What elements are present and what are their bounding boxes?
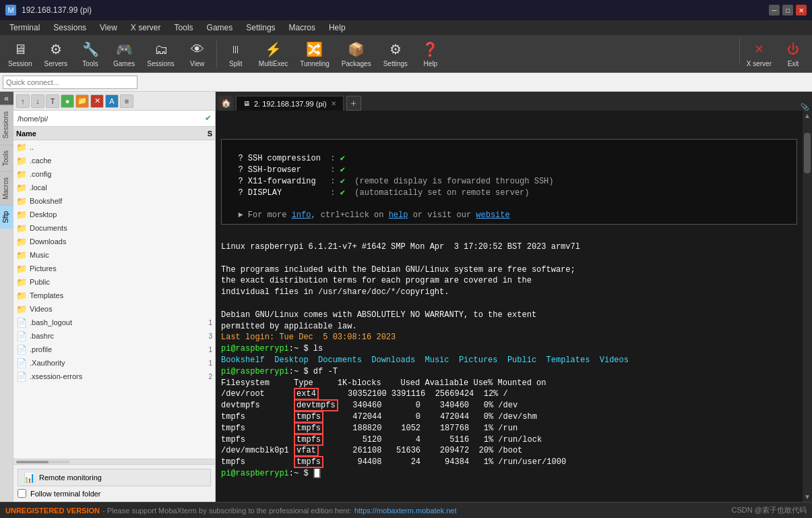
- toolbar-xserver[interactable]: ✕ X server: [741, 37, 777, 70]
- list-item[interactable]: 📄 .xsession-errors 2: [13, 370, 215, 383]
- terminal-tab[interactable]: 🖥 2. 192.168.137.99 (pi) ✕: [236, 96, 344, 111]
- menu-sessions[interactable]: Sessions: [46, 20, 93, 35]
- tab-icon: 🖥: [243, 100, 250, 107]
- folder-icon: 📁: [16, 250, 27, 260]
- list-item[interactable]: 📁 ..: [13, 140, 215, 154]
- menu-macros[interactable]: Macros: [282, 20, 322, 35]
- terminal-area: ? SSH compression : ✔ ? SSH-browser : ✔ …: [216, 111, 812, 502]
- lp-folder-button[interactable]: 📁: [75, 94, 89, 108]
- menu-terminal[interactable]: Terminal: [3, 20, 46, 35]
- toolbar-packages[interactable]: 📦 Packages: [336, 37, 377, 70]
- scroll-right-button[interactable]: 📎: [800, 103, 809, 111]
- sidetab-sftp[interactable]: Sftp: [0, 205, 13, 229]
- folder-icon: 📁: [16, 196, 27, 206]
- sidetab-macros[interactable]: Macros: [0, 171, 13, 205]
- minimize-button[interactable]: ─: [769, 5, 780, 16]
- scroll-thumb[interactable]: [804, 133, 811, 173]
- list-item[interactable]: 📁 Downloads: [13, 235, 215, 248]
- close-button[interactable]: ✕: [796, 5, 807, 16]
- menu-help[interactable]: Help: [322, 20, 352, 35]
- toolbar-games-label: Games: [113, 60, 135, 67]
- list-item[interactable]: 📄 .profile 1: [13, 343, 215, 356]
- list-item[interactable]: 📁 .config: [13, 167, 215, 181]
- lp-record-button[interactable]: ●: [61, 94, 74, 108]
- menu-games[interactable]: Games: [200, 20, 240, 35]
- file-name: .bashrc: [30, 332, 189, 340]
- toolbar-servers[interactable]: ⚙ Servers: [39, 37, 73, 70]
- list-item[interactable]: 📄 .bashrc 3: [13, 329, 215, 343]
- lp-up-button[interactable]: ↑: [16, 94, 30, 108]
- scroll-up-button[interactable]: ▲: [804, 112, 811, 119]
- xserver-icon: ✕: [749, 40, 768, 59]
- left-panel-bottom: 📊 Remote monitoring Follow terminal fold…: [13, 464, 215, 502]
- list-item[interactable]: 📁 Music: [13, 248, 215, 262]
- file-name: .Xauthority: [30, 359, 189, 367]
- remote-monitor-button[interactable]: 📊 Remote monitoring: [18, 469, 211, 486]
- terminal-content[interactable]: ? SSH compression : ✔ ? SSH-browser : ✔ …: [216, 111, 803, 502]
- session-icon: 🖥: [11, 40, 30, 59]
- toolbar-multiexec[interactable]: ⚡ MultiExec: [253, 37, 293, 70]
- quick-connect-input[interactable]: [3, 76, 137, 89]
- file-icon: 📄: [16, 318, 27, 328]
- file-name: Pictures: [30, 264, 189, 272]
- toolbar-split[interactable]: ⫼ Split: [220, 37, 252, 70]
- lp-menu-button[interactable]: ≡: [120, 94, 133, 108]
- menu-xserver[interactable]: X server: [124, 20, 168, 35]
- toolbar-settings[interactable]: ⚙ Settings: [378, 37, 413, 70]
- monitor-icon: 📊: [24, 472, 35, 483]
- folder-icon: 📁: [16, 156, 27, 166]
- list-item[interactable]: 📁 Bookshelf: [13, 194, 215, 208]
- list-item[interactable]: 📄 .bash_logout 1: [13, 316, 215, 329]
- list-item[interactable]: 📁 Public: [13, 275, 215, 289]
- menu-tools[interactable]: Tools: [168, 20, 200, 35]
- lp-delete-button[interactable]: ✕: [90, 94, 104, 108]
- follow-terminal-label: Follow terminal folder: [30, 490, 101, 498]
- list-item[interactable]: 📁 Pictures: [13, 262, 215, 275]
- folder-icon: 📁: [16, 237, 27, 247]
- support-link[interactable]: https://mobaxterm.mobatek.net: [354, 507, 457, 515]
- vertical-tabs: « Sessions Tools Macros Sftp: [0, 92, 13, 502]
- sidetab-sessions[interactable]: Sessions: [0, 105, 13, 144]
- games-icon: 🎮: [115, 40, 133, 59]
- terminal-scrollbar[interactable]: ▲ ▼: [803, 111, 812, 502]
- file-icon: 📄: [16, 372, 27, 382]
- toolbar-games[interactable]: 🎮 Games: [108, 37, 140, 70]
- collapse-button[interactable]: «: [0, 92, 13, 105]
- left-panel-toolbar: ↑ ↓ T ● 📁 ✕ A ≡: [13, 92, 215, 111]
- file-size: 1: [192, 359, 212, 367]
- follow-terminal-checkbox[interactable]: [18, 489, 26, 498]
- lp-text-button[interactable]: T: [46, 94, 59, 108]
- list-item[interactable]: 📁 .local: [13, 181, 215, 194]
- toolbar-sessions2[interactable]: 🗂 Sessions: [142, 37, 180, 70]
- scroll-down-button[interactable]: ▼: [804, 493, 811, 500]
- list-item[interactable]: 📁 Documents: [13, 221, 215, 235]
- toolbar-help[interactable]: ❓ Help: [414, 37, 447, 70]
- toolbar-exit[interactable]: ⏻ Exit: [777, 37, 809, 70]
- follow-terminal-checkbox-label[interactable]: Follow terminal folder: [18, 489, 211, 498]
- file-name: .xsession-errors: [30, 372, 189, 380]
- file-name: .bash_logout: [30, 318, 189, 326]
- lp-text2-button[interactable]: A: [105, 94, 119, 108]
- file-size: 1: [192, 319, 212, 326]
- file-name: Public: [30, 278, 189, 286]
- tab-close-button[interactable]: ✕: [331, 100, 336, 107]
- add-tab-button[interactable]: +: [346, 96, 361, 111]
- menu-view[interactable]: View: [93, 20, 124, 35]
- list-item[interactable]: 📁 .cache: [13, 154, 215, 167]
- list-item[interactable]: 📁 Desktop: [13, 208, 215, 221]
- menu-settings[interactable]: Settings: [239, 20, 282, 35]
- sidetab-tools[interactable]: Tools: [0, 144, 13, 171]
- current-path: /home/pi/: [18, 115, 48, 123]
- title-bar: M 192.168.137.99 (pi) ─ □ ✕: [0, 0, 812, 20]
- toolbar-session[interactable]: 🖥 Session: [3, 37, 38, 70]
- home-tab[interactable]: 🏠: [218, 96, 233, 111]
- file-name: Bookshelf: [30, 197, 189, 205]
- maximize-button[interactable]: □: [782, 5, 793, 16]
- toolbar-view[interactable]: 👁 View: [181, 37, 214, 70]
- toolbar-tools[interactable]: 🔧 Tools: [74, 37, 106, 70]
- lp-down-button[interactable]: ↓: [31, 94, 44, 108]
- list-item[interactable]: 📁 Videos: [13, 302, 215, 316]
- list-item[interactable]: 📁 Templates: [13, 289, 215, 302]
- toolbar-tunneling[interactable]: 🔀 Tunneling: [294, 37, 335, 70]
- list-item[interactable]: 📄 .Xauthority 1: [13, 356, 215, 370]
